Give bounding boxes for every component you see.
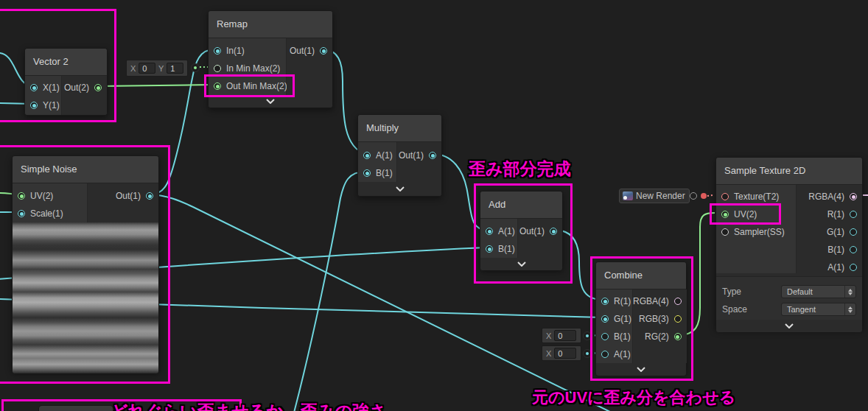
- port-label: Sampler(SS): [734, 227, 785, 237]
- port-noise-uv[interactable]: [18, 192, 25, 200]
- collapse-chevron-icon[interactable]: [480, 258, 562, 270]
- node-multiply[interactable]: Multiply A(1) B(1) Out(1): [357, 114, 442, 197]
- node-remap-title[interactable]: Remap: [209, 11, 332, 38]
- port-label: B(1): [498, 244, 515, 254]
- collapse-chevron-icon[interactable]: [716, 320, 862, 332]
- object-picker-icon[interactable]: [690, 192, 697, 200]
- port-label: UV(2): [30, 191, 53, 201]
- type-dropdown[interactable]: Default: [781, 285, 856, 298]
- dashed-link-texture-widget: [707, 195, 713, 196]
- port-label: A(1): [498, 226, 515, 236]
- combine-b-value-widget[interactable]: X 0: [542, 328, 581, 343]
- texture-thumbnail-icon: [623, 192, 633, 200]
- control-space-label: Space: [722, 304, 747, 315]
- port-label: RGBA(4): [633, 296, 669, 306]
- port-add-out[interactable]: [550, 228, 557, 235]
- port-label: RG(2): [645, 331, 669, 342]
- port-sample-texture[interactable]: [721, 193, 729, 200]
- dropdown-arrows-icon: [844, 303, 855, 315]
- port-label: G(1): [614, 314, 631, 324]
- port-remap-outminmax[interactable]: [214, 82, 221, 90]
- collapse-chevron-icon[interactable]: [596, 363, 686, 376]
- port-label: Y(1): [43, 100, 60, 110]
- port-multiply-b[interactable]: [363, 169, 371, 177]
- shader-graph-canvas[interactable]: { "annotations": { "distortion_done": "歪…: [0, 0, 868, 411]
- port-sample-r[interactable]: [850, 211, 857, 218]
- port-sample-sampler[interactable]: [721, 228, 729, 236]
- port-vector2-out[interactable]: [94, 84, 102, 91]
- texture-object-name: New Render: [636, 191, 685, 201]
- noise-preview-image: [13, 222, 158, 373]
- space-dropdown-value: Tangent: [782, 305, 844, 314]
- port-noise-scale[interactable]: [18, 210, 25, 217]
- node-vector2-title[interactable]: Vector 2: [25, 49, 107, 76]
- port-combine-a[interactable]: [601, 351, 609, 358]
- port-sample-g[interactable]: [850, 228, 857, 236]
- remap-minmax-value-widget[interactable]: X 0 Y 1: [126, 60, 188, 77]
- port-label: In(1): [226, 46, 245, 56]
- port-combine-r[interactable]: [601, 298, 609, 305]
- collapse-chevron-icon[interactable]: [358, 182, 441, 196]
- annotation-distortion-strength: どれぐらい歪ませるか、歪みの強さ: [111, 400, 386, 411]
- port-remap-in[interactable]: [214, 47, 221, 55]
- port-label: Out(1): [519, 226, 545, 236]
- port-noise-out[interactable]: [146, 192, 153, 200]
- node-vector2[interactable]: Vector 2 X(1) Y(1) Out(2): [24, 48, 108, 116]
- port-combine-rg[interactable]: [674, 333, 682, 340]
- node-remap[interactable]: Remap In(1) In Min Max(2) Out Min Max(2)…: [208, 10, 333, 108]
- port-add-b[interactable]: [486, 245, 493, 253]
- port-vector2-x[interactable]: [30, 84, 38, 91]
- port-sample-a[interactable]: [850, 264, 857, 271]
- wire-vector2-to-remap-outminmax[interactable]: [99, 85, 213, 86]
- port-combine-g[interactable]: [601, 315, 609, 323]
- port-sample-b[interactable]: [850, 246, 857, 253]
- space-dropdown[interactable]: Tangent: [781, 303, 856, 316]
- port-label: Texture(T2): [734, 192, 779, 202]
- port-sample-rgba[interactable]: [850, 193, 857, 200]
- port-label: G(1): [827, 227, 844, 237]
- y-label: Y: [158, 64, 164, 73]
- collapse-chevron-icon[interactable]: [209, 95, 332, 108]
- annotation-match-original-uv: 元のUVに歪み分を合わせる: [532, 387, 735, 409]
- port-label: In Min Max(2): [226, 63, 280, 74]
- wire-into-multiply-b[interactable]: [294, 172, 365, 411]
- x-label: X: [546, 331, 551, 340]
- node-sample-texture-2d[interactable]: Sample Texture 2D Texture(T2) UV(2) Samp…: [715, 157, 863, 329]
- port-remap-inminmax[interactable]: [214, 65, 221, 72]
- port-multiply-out[interactable]: [429, 152, 436, 159]
- node-combine[interactable]: Combine R(1) G(1) B(1) A(1) RGBA(4) RGB(…: [595, 261, 687, 374]
- port-label: RGBA(4): [808, 192, 844, 202]
- port-label: Out(1): [399, 150, 424, 161]
- widget-connector-dot: [191, 63, 200, 72]
- port-combine-rgba[interactable]: [674, 298, 682, 305]
- y-value-field[interactable]: 1: [167, 63, 183, 74]
- port-multiply-a[interactable]: [363, 152, 371, 159]
- annotation-distortion-complete: 歪み部分完成: [469, 158, 571, 180]
- port-label: Scale(1): [30, 208, 63, 219]
- partial-node[interactable]: [38, 405, 113, 411]
- x-value-field[interactable]: 0: [554, 330, 576, 341]
- combine-a-value-widget[interactable]: X 0: [542, 345, 581, 361]
- port-add-a[interactable]: [486, 228, 493, 235]
- texture-object-field[interactable]: New Render: [619, 189, 690, 203]
- node-add-title[interactable]: Add: [480, 192, 562, 219]
- port-vector2-y[interactable]: [30, 102, 38, 109]
- port-label: R(1): [827, 209, 844, 219]
- port-label: Out(1): [290, 46, 315, 56]
- port-remap-out[interactable]: [320, 47, 327, 55]
- port-combine-rgb[interactable]: [674, 315, 682, 323]
- node-multiply-title[interactable]: Multiply: [358, 115, 441, 142]
- node-sample-texture-2d-title[interactable]: Sample Texture 2D: [716, 158, 862, 185]
- port-label: UV(2): [734, 209, 757, 219]
- node-simple-noise[interactable]: Simple Noise UV(2) Scale(1) Out(1): [12, 155, 159, 372]
- port-label: RGB(3): [639, 314, 669, 324]
- port-label: Out(1): [116, 191, 141, 201]
- x-value-field[interactable]: 0: [139, 63, 155, 74]
- port-sample-uv[interactable]: [721, 211, 729, 218]
- node-simple-noise-title[interactable]: Simple Noise: [13, 156, 158, 183]
- x-value-field[interactable]: 0: [554, 348, 576, 359]
- node-combine-title[interactable]: Combine: [596, 262, 686, 289]
- x-label: X: [546, 349, 551, 358]
- port-combine-b[interactable]: [601, 333, 609, 340]
- node-add[interactable]: Add A(1) B(1) Out(1): [480, 191, 563, 270]
